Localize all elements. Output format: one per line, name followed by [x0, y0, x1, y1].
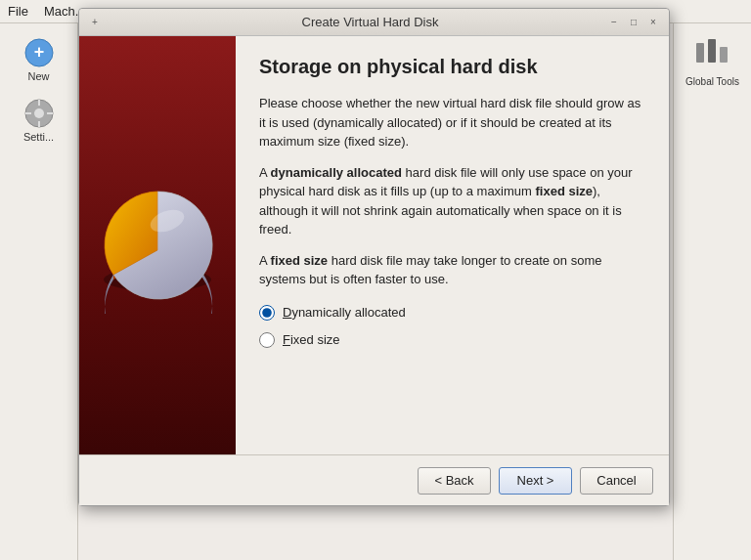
settings-icon: [23, 98, 55, 129]
settings-label: Setti...: [23, 131, 54, 143]
fixed-option[interactable]: Fixed size: [259, 332, 645, 348]
cancel-label: Cancel: [596, 473, 636, 488]
dynamic-radio[interactable]: [259, 305, 275, 321]
svg-rect-9: [708, 39, 716, 63]
new-icon: +: [23, 37, 55, 68]
titlebar-close-btn[interactable]: ×: [645, 15, 661, 30]
left-toolbar: + New Setti...: [0, 23, 78, 560]
titlebar-maximize-btn[interactable]: □: [626, 15, 641, 30]
settings-button[interactable]: Setti...: [10, 92, 68, 149]
fixed-radio[interactable]: [259, 332, 275, 348]
svg-rect-8: [696, 43, 704, 63]
titlebar-minimize-btn[interactable]: −: [606, 15, 622, 30]
svg-rect-7: [47, 112, 53, 114]
svg-text:+: +: [33, 42, 44, 62]
new-label: New: [27, 70, 49, 82]
paragraph-2: A dynamically allocated hard disk file w…: [259, 163, 645, 239]
titlebar-right-controls: − □ ×: [606, 15, 661, 30]
cancel-button[interactable]: Cancel: [580, 467, 653, 495]
dialog-titlebar: + Create Virtual Hard Disk − □ ×: [79, 9, 669, 36]
dialog-title: Create Virtual Hard Disk: [134, 15, 606, 29]
tools-icon: [692, 35, 731, 74]
next-label: Next >: [517, 473, 554, 488]
fixed-label: Fixed size: [283, 332, 340, 347]
dialog-content: Storage on physical hard disk Please cho…: [236, 36, 669, 454]
svg-point-3: [34, 108, 44, 118]
dialog-footer: < Back Next > Cancel: [79, 454, 669, 505]
menu-file[interactable]: File: [8, 4, 28, 19]
svg-rect-6: [25, 112, 31, 114]
svg-rect-10: [720, 47, 728, 63]
tools-label: Global Tools: [685, 76, 739, 87]
paragraph-1: Please choose whether the new virtual ha…: [259, 94, 645, 151]
storage-type-radio-group: Dynamically allocated Fixed size: [259, 305, 645, 348]
dialog: + Create Virtual Hard Disk − □ ×: [78, 8, 670, 506]
back-label: < Back: [434, 473, 473, 488]
new-button[interactable]: + New: [10, 31, 68, 88]
svg-rect-4: [38, 100, 40, 106]
titlebar-left-controls: +: [87, 15, 134, 30]
paragraph-3: A fixed size hard disk file may take lon…: [259, 251, 645, 289]
back-button[interactable]: < Back: [418, 467, 491, 495]
right-panel: Global Tools: [673, 23, 751, 560]
dynamic-option[interactable]: Dynamically allocated: [259, 305, 645, 321]
titlebar-expand-btn[interactable]: +: [87, 15, 103, 30]
dynamic-label: Dynamically allocated: [283, 305, 406, 320]
svg-rect-5: [38, 121, 40, 127]
next-button[interactable]: Next >: [499, 467, 572, 495]
content-heading: Storage on physical hard disk: [259, 56, 645, 78]
pie-chart: [89, 177, 226, 314]
dialog-sidebar: [79, 36, 236, 454]
dialog-body: Storage on physical hard disk Please cho…: [79, 36, 669, 454]
